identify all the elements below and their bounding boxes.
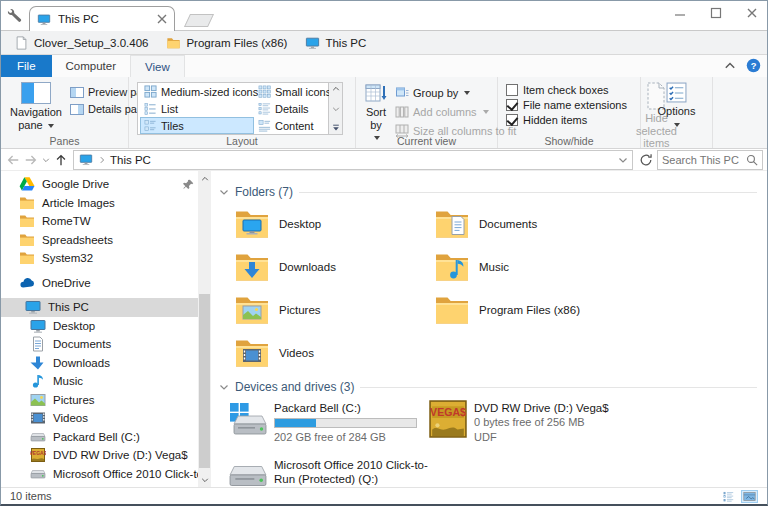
sidebar-item[interactable]: Documents bbox=[1, 335, 198, 354]
breadcrumb-chevron-icon[interactable] bbox=[98, 156, 106, 164]
sidebar-scrollbar[interactable] bbox=[198, 171, 211, 487]
sidebar-item[interactable]: System32 bbox=[1, 249, 198, 268]
computer-icon bbox=[78, 153, 94, 166]
bookmark-item[interactable]: Program Files (x86) bbox=[159, 34, 294, 52]
checkbox-icon bbox=[506, 114, 518, 126]
scroll-up-icon[interactable] bbox=[198, 171, 211, 186]
sidebar-item[interactable]: Article Images bbox=[1, 194, 198, 213]
up-icon[interactable] bbox=[53, 152, 69, 168]
ribbon-group-options: Options bbox=[641, 77, 713, 148]
grid3-icon bbox=[258, 85, 271, 98]
sidebar-item[interactable]: Pictures bbox=[1, 391, 198, 410]
folder-tile[interactable]: Pictures bbox=[235, 293, 435, 327]
sidebar-item[interactable]: OneDrive bbox=[1, 274, 198, 293]
details-view-icon[interactable] bbox=[720, 490, 737, 503]
address-dropdown-icon[interactable] bbox=[618, 155, 628, 165]
pic-icon bbox=[30, 392, 46, 408]
show-hide-checkbox[interactable]: Hidden items bbox=[506, 114, 627, 126]
layout-option[interactable]: Details bbox=[254, 100, 330, 117]
folder-tile[interactable]: Documents bbox=[435, 207, 635, 241]
layout-option[interactable]: Content bbox=[254, 117, 330, 134]
explorer-tab[interactable]: This PC bbox=[29, 6, 175, 31]
search-icon[interactable] bbox=[746, 154, 758, 166]
refresh-icon[interactable] bbox=[637, 151, 655, 169]
sidebar-item[interactable]: Music bbox=[1, 372, 198, 391]
section-title[interactable]: Devices and drives (3) bbox=[235, 380, 354, 394]
vegas-icon bbox=[30, 447, 46, 463]
gallery-scroll-up-icon[interactable] bbox=[332, 85, 340, 93]
sidebar-item[interactable]: Spreadsheets bbox=[1, 231, 198, 250]
status-bar: 10 items bbox=[1, 487, 767, 504]
thumbnail-view-icon[interactable] bbox=[741, 490, 758, 503]
scroll-down-icon[interactable] bbox=[198, 472, 211, 487]
layout-option[interactable]: List bbox=[140, 100, 254, 117]
new-tab-button[interactable] bbox=[184, 14, 214, 27]
drive-tile[interactable]: Packard Bell (C:) 202 GB free of 284 GB bbox=[229, 400, 429, 445]
minimize-button[interactable] bbox=[673, 7, 687, 19]
forward-icon[interactable] bbox=[23, 152, 39, 168]
address-bar[interactable]: This PC bbox=[73, 150, 633, 170]
tiles-icon bbox=[144, 119, 157, 132]
sidebar-item[interactable]: Downloads bbox=[1, 354, 198, 373]
scrollbar-thumb[interactable] bbox=[199, 294, 210, 468]
show-hide-group-label: Show/hide bbox=[498, 135, 640, 147]
ribbon-tab-file[interactable]: File bbox=[1, 55, 52, 77]
ribbon-group-layout: Medium-sized icons Small icons List Deta… bbox=[129, 77, 356, 148]
down-icon bbox=[30, 355, 46, 371]
tab-close-icon[interactable] bbox=[156, 13, 168, 25]
drive-tile[interactable]: Microsoft Office 2010 Click-to-Run (Prot… bbox=[229, 457, 429, 487]
sidebar-item[interactable]: Desktop bbox=[1, 317, 198, 336]
layout-option[interactable]: Medium-sized icons bbox=[140, 83, 254, 100]
breadcrumb[interactable]: This PC bbox=[110, 154, 151, 166]
ribbon-group-show-hide: Item check boxes File name extensions Hi… bbox=[498, 77, 641, 148]
search-box bbox=[657, 150, 763, 170]
details-pane-icon bbox=[70, 104, 84, 115]
ribbon-tab-view[interactable]: View bbox=[130, 55, 185, 77]
collapse-ribbon-icon[interactable] bbox=[724, 60, 736, 72]
sidebar-item[interactable]: DVD RW Drive (D:) Vega$ bbox=[1, 446, 198, 465]
gallery-scroll-down-icon[interactable] bbox=[332, 105, 340, 113]
recent-locations-icon[interactable] bbox=[41, 152, 51, 168]
show-hide-checkbox[interactable]: File name extensions bbox=[506, 99, 627, 111]
bookmark-item[interactable]: Clover_Setup_3.0.406 bbox=[7, 34, 155, 52]
back-icon[interactable] bbox=[5, 152, 21, 168]
folders-section-header: Folders (7) bbox=[219, 185, 757, 199]
folder16-icon bbox=[19, 213, 35, 229]
ribbon-tab-computer[interactable]: Computer bbox=[52, 55, 131, 77]
folder-tile[interactable]: Downloads bbox=[235, 250, 435, 284]
options-button[interactable]: Options bbox=[653, 80, 701, 134]
collapse-section-icon[interactable] bbox=[219, 382, 229, 392]
file-list: Folders (7) Desktop Documents Downloads bbox=[211, 171, 767, 487]
gallery-more-icon[interactable] bbox=[332, 124, 340, 132]
bookmark-item[interactable]: This PC bbox=[298, 34, 373, 52]
search-input[interactable] bbox=[662, 154, 743, 166]
sidebar-item[interactable]: This PC bbox=[1, 298, 198, 317]
wrench-icon[interactable] bbox=[7, 8, 23, 24]
folder-tile[interactable]: Videos bbox=[235, 336, 435, 370]
sidebar-item[interactable]: Microsoft Office 2010 Click-to-Run (Pr bbox=[1, 465, 198, 484]
folder-tile[interactable]: Program Files (x86) bbox=[435, 293, 635, 327]
sidebar-item[interactable]: Videos bbox=[1, 409, 198, 428]
sidebar-item[interactable]: Google Drive bbox=[1, 175, 198, 194]
drive-tile[interactable]: DVD RW Drive (D:) Vega$ 0 bytes free of … bbox=[429, 400, 649, 445]
folder-tile[interactable]: Desktop bbox=[235, 207, 435, 241]
hdd-icon bbox=[30, 429, 46, 445]
help-icon[interactable] bbox=[746, 58, 761, 73]
pin-icon[interactable] bbox=[183, 179, 194, 190]
sidebar-item[interactable]: RomeTW bbox=[1, 212, 198, 231]
layout-option[interactable]: Tiles bbox=[140, 117, 254, 134]
section-title[interactable]: Folders (7) bbox=[235, 185, 293, 199]
close-button[interactable] bbox=[745, 7, 759, 19]
gdrive-icon bbox=[19, 176, 35, 192]
collapse-section-icon[interactable] bbox=[219, 187, 229, 197]
layout-option[interactable]: Small icons bbox=[254, 83, 330, 100]
sidebar-item[interactable]: Packard Bell (C:) bbox=[1, 428, 198, 447]
maximize-button[interactable] bbox=[709, 7, 723, 19]
f-videos-icon bbox=[235, 338, 269, 368]
monitor-icon bbox=[30, 318, 46, 334]
sort-by-button[interactable]: Sortby bbox=[360, 80, 392, 134]
navigation-pane-button[interactable]: Navigationpane bbox=[5, 80, 67, 134]
folder-tile[interactable]: Music bbox=[435, 250, 635, 284]
film-icon bbox=[30, 410, 46, 426]
show-hide-checkbox[interactable]: Item check boxes bbox=[506, 84, 627, 96]
